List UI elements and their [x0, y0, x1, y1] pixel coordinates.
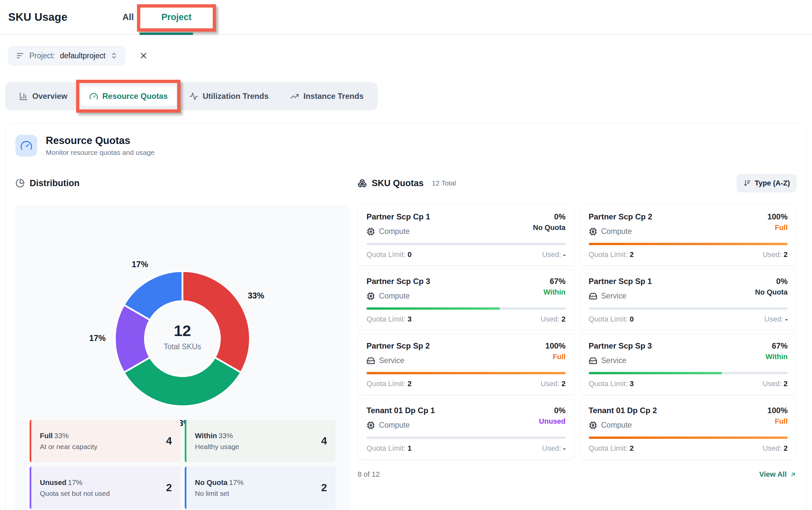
tab-project-label: Project — [161, 12, 192, 22]
legend-count: 4 — [321, 435, 327, 447]
main-panel: Resource Quotas Monitor resource quotas … — [5, 123, 807, 510]
sku-quotas-title: SKU Quotas — [372, 178, 424, 189]
sku-quotas-column: SKU Quotas 12 Total Type (A-Z) Partner S… — [358, 174, 796, 510]
sku-progress-fill — [589, 436, 788, 439]
sku-name: Partner Scp Sp 2 — [366, 341, 430, 350]
sku-quota-limit: Quota Limit: 3 — [366, 315, 412, 323]
sku-quota-limit: Quota Limit: 2 — [589, 250, 634, 259]
sku-card-meta: Quota Limit: 2 Used: 2 — [589, 250, 788, 259]
sku-name: Partner Scp Sp 3 — [589, 341, 652, 350]
legend-name: Full — [40, 432, 53, 440]
sku-type: Service — [366, 356, 430, 365]
distribution-panel: 33%33%17%17% 12 Total SKUs Full 33% At o… — [16, 206, 350, 510]
donut-label-full: 33% — [248, 291, 264, 300]
sku-type: Compute — [366, 291, 430, 301]
sku-status-badge: Full — [768, 223, 788, 232]
cpu-icon — [589, 227, 597, 236]
legend-name: Unused — [40, 478, 66, 487]
legend-percent: 17% — [68, 478, 82, 487]
tab-overview-label: Overview — [32, 92, 67, 101]
tab-resource-quotas-label: Resource Quotas — [102, 92, 168, 101]
sku-name: Tenant 01 Dp Cp 2 — [589, 406, 657, 415]
header-tabs: All Project — [109, 0, 206, 34]
legend-text: Within 33% Healthy usage — [195, 432, 239, 451]
legend-description: No limit set — [195, 489, 244, 498]
sku-type-label: Compute — [379, 227, 410, 236]
distribution-header: Distribution — [16, 174, 350, 192]
project-filter-dropdown[interactable]: Project: defaultproject — [8, 46, 125, 65]
sku-percent: 67% — [765, 341, 788, 350]
tab-resource-quotas[interactable]: Resource Quotas — [80, 86, 177, 106]
clear-filter-icon[interactable] — [139, 51, 148, 60]
donut-label-unused: 17% — [89, 333, 106, 343]
legend-count: 4 — [166, 435, 172, 447]
sku-card-tenant-01-dp-cp-1[interactable]: Tenant 01 Dp Cp 1 Compute 0% Unused Quot… — [358, 398, 575, 460]
sku-card-partner-scp-cp-1[interactable]: Partner Scp Cp 1 Compute 0% No Quota Quo… — [358, 205, 575, 266]
section-subtitle: Monitor resource quotas and usage — [46, 149, 154, 157]
section-icon-tile — [16, 135, 37, 157]
legend-count: 2 — [166, 482, 172, 494]
sku-progress-track — [589, 372, 788, 374]
page-header: SKU Usage All Project — [0, 0, 812, 35]
tab-instance-trends[interactable]: Instance Trends — [281, 86, 372, 106]
sku-card-partner-scp-sp-2[interactable]: Partner Scp Sp 2 Service 100% Full Quota… — [358, 334, 575, 395]
sku-quota-limit: Quota Limit: 2 — [589, 444, 634, 453]
tab-all[interactable]: All — [109, 0, 148, 34]
sku-progress-fill — [366, 372, 566, 374]
filter-value: defaultproject — [60, 51, 106, 60]
legend-description: At or near capacity — [40, 443, 97, 451]
sku-status-badge: Full — [768, 417, 788, 426]
distribution-title: Distribution — [30, 178, 79, 189]
sku-card-meta: Quota Limit: 2 Used: 2 — [589, 444, 788, 453]
legend-text: No Quota 17% No limit set — [195, 478, 244, 498]
sku-card-top: Tenant 01 Dp Cp 1 Compute 0% Unused — [366, 406, 566, 430]
active-tab-underline — [140, 33, 193, 35]
sku-quotas-total: 12 Total — [432, 179, 456, 187]
sku-percent: 0% — [755, 277, 788, 286]
view-all-link[interactable]: View All — [759, 470, 796, 479]
sku-used: Used: 2 — [762, 444, 788, 453]
cpu-icon — [366, 227, 375, 236]
gauge-icon — [89, 92, 98, 101]
total-skus-value: 12 — [133, 321, 232, 340]
sku-type: Service — [589, 291, 652, 301]
sku-status-badge: No Quota — [755, 288, 788, 296]
sku-progress-track — [589, 307, 788, 310]
sku-used: Used: - — [764, 315, 788, 323]
donut-segment-within — [124, 358, 241, 406]
sku-card-top: Partner Scp Sp 3 Service 67% Within — [589, 341, 788, 365]
sku-quota-limit: Quota Limit: 2 — [366, 379, 412, 388]
sku-type-label: Service — [601, 291, 627, 301]
tab-overview[interactable]: Overview — [10, 86, 77, 106]
sku-card-partner-scp-cp-2[interactable]: Partner Scp Cp 2 Compute 100% Full Quota… — [580, 205, 797, 266]
sku-card-partner-scp-cp-3[interactable]: Partner Scp Cp 3 Compute 67% Within Quot… — [358, 269, 575, 331]
distribution-column: Distribution 33%33%17%17% 12 Total SKUs … — [16, 174, 350, 510]
sku-progress-track — [366, 307, 566, 310]
sku-card-tenant-01-dp-cp-2[interactable]: Tenant 01 Dp Cp 2 Compute 100% Full Quot… — [580, 398, 797, 460]
legend-count: 2 — [321, 482, 327, 494]
sku-name: Partner Scp Cp 2 — [589, 212, 652, 221]
trending-up-icon — [290, 92, 299, 101]
legend-name: Within — [195, 432, 217, 440]
tab-project[interactable]: Project — [148, 0, 206, 34]
tab-utilization-trends[interactable]: Utilization Trends — [180, 86, 277, 106]
sku-quota-limit: Quota Limit: 3 — [589, 379, 634, 388]
filter-label: Project: — [29, 51, 55, 60]
activity-icon — [189, 92, 198, 101]
sku-progress-fill — [589, 243, 788, 245]
sku-progress-track — [589, 436, 788, 439]
sort-type-button[interactable]: Type (A-Z) — [736, 174, 796, 192]
chevrons-up-down-icon — [110, 52, 118, 59]
sort-descending-icon — [743, 179, 751, 187]
sku-status-badge: Unused — [539, 417, 566, 426]
sku-card-top: Partner Scp Cp 1 Compute 0% No Quota — [366, 212, 566, 236]
sku-used: Used: 2 — [762, 379, 788, 388]
gauge-icon — [20, 139, 33, 152]
sku-percent: 0% — [533, 212, 566, 221]
sku-card-partner-scp-sp-3[interactable]: Partner Scp Sp 3 Service 67% Within Quot… — [580, 334, 797, 395]
arrow-up-right-icon — [790, 471, 796, 478]
sku-status-badge: Full — [545, 352, 565, 361]
distribution-legend: Full 33% At or near capacity 4 Within 33… — [30, 420, 335, 509]
legend-card-unused: Unused 17% Quota set but not used 2 — [30, 466, 180, 509]
sku-card-partner-scp-sp-1[interactable]: Partner Scp Sp 1 Service 0% No Quota Quo… — [580, 269, 797, 331]
